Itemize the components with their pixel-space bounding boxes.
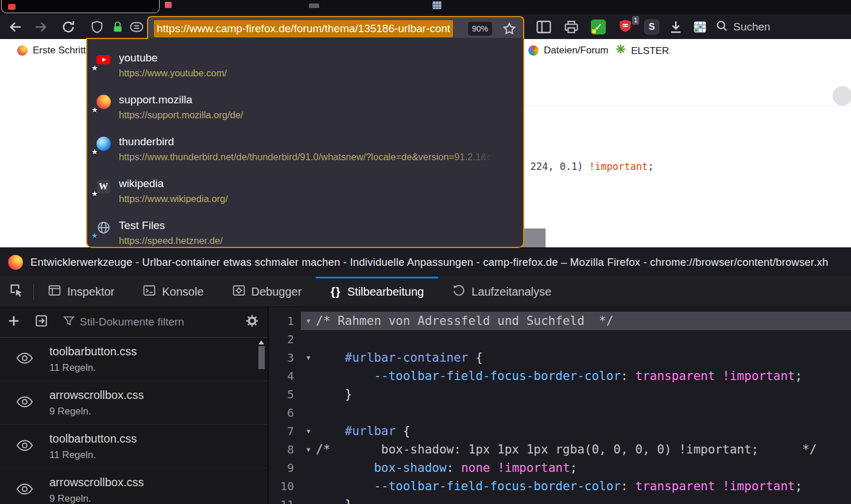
- visibility-toggle-button[interactable]: [0, 352, 49, 367]
- bookmark-star-button[interactable]: [502, 22, 516, 36]
- urlbar[interactable]: https://www.camp-firefox.de/forum/thema/…: [147, 16, 524, 40]
- active-tab[interactable]: [1, 0, 160, 13]
- eye-icon: [16, 439, 33, 454]
- printer-button[interactable]: [562, 18, 581, 36]
- download-button[interactable]: [666, 18, 686, 36]
- lock-icon[interactable]: [108, 18, 127, 36]
- thunderbird-icon: [96, 137, 111, 153]
- back-button[interactable]: [6, 18, 25, 36]
- urlbar-result[interactable]: ★thunderbirdhttps://www.thunderbird.net/…: [87, 130, 523, 172]
- fold-arrow-icon[interactable]: ▼: [301, 354, 316, 362]
- bookmark-elster[interactable]: ELSTER: [616, 44, 669, 57]
- code-line[interactable]: 5 }: [269, 385, 851, 404]
- stylesheet-toolbar: [0, 307, 268, 338]
- bookmark-dateien-forum[interactable]: Dateien/Forum: [528, 45, 608, 56]
- import-stylesheet-button[interactable]: [28, 314, 55, 330]
- urlbar-dropdown-results: ★youtubehttps://www.youtube.com/★support…: [87, 46, 523, 248]
- stylesheet-item[interactable]: toolbarbutton.css11 Regeln.: [0, 425, 268, 468]
- stylesheet-filter[interactable]: [63, 315, 268, 329]
- code-line[interactable]: 2: [269, 330, 851, 348]
- result-url: https://support.mozilla.org/de/: [119, 110, 243, 121]
- globe-icon: [96, 220, 111, 237]
- bookmark-star-icon: ★: [91, 106, 98, 114]
- stylesheet-info: arrowscrollbox.css9 Regeln.: [49, 476, 144, 504]
- stylesheet-item[interactable]: toolbarbutton.css11 Regeln.: [0, 338, 268, 381]
- visibility-toggle-button[interactable]: [0, 483, 49, 498]
- fold-arrow-icon[interactable]: ▼: [301, 446, 316, 453]
- code-line[interactable]: 4 --toolbar-field-focus-border-color: tr…: [269, 367, 851, 385]
- grid-extension-button[interactable]: [690, 18, 710, 36]
- bookmark-erste-schritte[interactable]: Erste Schritte: [17, 45, 91, 56]
- urlbar-result[interactable]: ★youtubehttps://www.youtube.com/: [87, 46, 523, 88]
- result-favicon: ★: [95, 220, 111, 237]
- urlbar-result[interactable]: ★Test Fileshttps://speed.hetzner.de/: [87, 214, 523, 248]
- sidebar-button[interactable]: [534, 18, 554, 36]
- s-extension-button[interactable]: S: [642, 18, 662, 36]
- stylesheet-rule-count: 9 Regeln.: [49, 406, 144, 417]
- bookmark-star-icon: ★: [91, 189, 98, 198]
- devtools-titlebar[interactable]: Entwicklerwerkzeuge - Urlbar-container e…: [0, 248, 851, 277]
- stylesheet-rule-count: 9 Regeln.: [49, 493, 144, 504]
- fold-arrow-icon[interactable]: ▼: [301, 317, 316, 325]
- result-title: youtube: [119, 52, 227, 64]
- code-line[interactable]: 7▼ #urlbar {: [269, 422, 851, 440]
- stylesheet-item[interactable]: arrowscrollbox.css9 Regeln.: [0, 468, 268, 504]
- devtools-tab-inspektor[interactable]: Inspektor: [34, 277, 129, 307]
- picker-icon: [10, 284, 24, 300]
- reload-button[interactable]: [59, 18, 78, 36]
- urlbar-result[interactable]: ★support.mozillahttps://support.mozilla.…: [87, 88, 523, 130]
- code-line[interactable]: 8▼/* box-shadow: 1px 1px 1px rgba(0, 0, …: [269, 440, 851, 459]
- scrollbar[interactable]: [257, 339, 265, 504]
- eye-icon: [16, 396, 33, 410]
- options-button[interactable]: [246, 315, 258, 329]
- code-text: /* Rahmen von Adressfeld und Suchfeld */: [316, 314, 613, 328]
- fold-arrow-icon[interactable]: ▼: [301, 428, 316, 435]
- ublock-extension-button[interactable]: 1: [616, 18, 635, 36]
- forward-button[interactable]: [31, 18, 51, 36]
- urlbar-result[interactable]: W★wikipediahttps://www.wikipedia.org/: [87, 172, 523, 214]
- zoom-indicator[interactable]: 90%: [468, 22, 492, 36]
- permissions-icon[interactable]: [127, 18, 146, 36]
- css-editor[interactable]: 1▼/* Rahmen von Adressfeld und Suchfeld …: [269, 307, 851, 504]
- stylesheet-list: toolbarbutton.css11 Regeln.arrowscrollbo…: [0, 338, 268, 504]
- devtools-tab-label: Inspektor: [67, 285, 114, 298]
- devtools-toolbar: InspektorKonsoleDebugger{}Stilbearbeitun…: [0, 277, 851, 307]
- visibility-toggle-button[interactable]: [0, 439, 49, 454]
- filter-icon: [63, 315, 75, 329]
- code-line[interactable]: 6: [269, 404, 851, 422]
- stylesheet-filter-input[interactable]: [80, 316, 218, 328]
- stylesheet-name: arrowscrollbox.css: [49, 389, 144, 402]
- stylesheet-item[interactable]: arrowscrollbox.css9 Regeln.: [0, 381, 268, 425]
- devtools-tab-laufzeitanalyse[interactable]: Laufzeitanalyse: [438, 277, 566, 307]
- code-line[interactable]: 11 }: [269, 495, 851, 504]
- result-favicon: ★: [95, 95, 111, 111]
- green-check-extension-button[interactable]: ✓: [589, 18, 608, 36]
- devtools-tabs: InspektorKonsoleDebugger{}Stilbearbeitun…: [34, 277, 566, 307]
- code-line[interactable]: 10 --toolbar-field-focus-border-color: t…: [269, 477, 851, 495]
- tracking-shield-icon[interactable]: [87, 18, 107, 36]
- code-text: }: [316, 498, 352, 504]
- urlbar-text[interactable]: https://www.camp-firefox.de/forum/thema/…: [154, 20, 453, 37]
- result-title: wikipedia: [119, 177, 228, 190]
- code-line[interactable]: 3▼ #urlbar-container {: [269, 348, 851, 367]
- devtools-tab-debugger[interactable]: Debugger: [218, 277, 316, 307]
- elster-icon: [616, 44, 626, 57]
- code-line[interactable]: 1▼/* Rahmen von Adressfeld und Suchfeld …: [269, 312, 851, 330]
- node-picker-button[interactable]: [0, 277, 33, 307]
- code-text: --toolbar-field-focus-border-color: tran…: [316, 369, 802, 383]
- code-line[interactable]: 9 box-shadow: none !important;: [269, 459, 851, 477]
- new-stylesheet-button[interactable]: [0, 314, 28, 330]
- search-icon: [715, 20, 728, 34]
- code-text: }: [316, 387, 352, 401]
- scrollbar-thumb[interactable]: [258, 346, 265, 369]
- devtools-tab-stilbearbeitung[interactable]: {}Stilbearbeitung: [316, 277, 438, 307]
- search-button[interactable]: Suchen: [715, 20, 770, 34]
- code-text: --toolbar-field-focus-border-color: tran…: [316, 479, 802, 493]
- urlbar-focus-ring: [86, 38, 148, 39]
- line-number: 8: [269, 443, 301, 456]
- devtools-tab-konsole[interactable]: Konsole: [129, 277, 218, 307]
- visibility-toggle-button[interactable]: [0, 396, 49, 410]
- scroll-up-icon[interactable]: [258, 340, 264, 344]
- line-number: 7: [269, 424, 301, 438]
- line-number: 1: [269, 314, 301, 328]
